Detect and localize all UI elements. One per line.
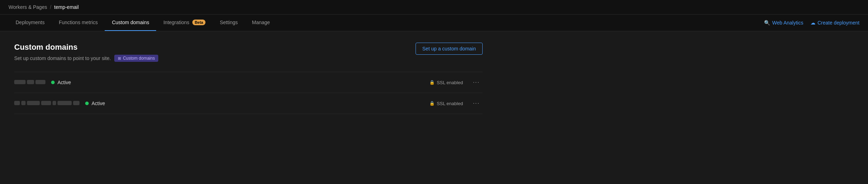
domain-status: Active bbox=[51, 80, 94, 85]
top-bar: Workers & Pages / temp-email bbox=[0, 0, 868, 15]
breadcrumb-parent[interactable]: Workers & Pages bbox=[9, 4, 47, 10]
beta-badge: Beta bbox=[192, 20, 206, 25]
status-text: Active bbox=[92, 101, 105, 106]
domain-row-left: Active bbox=[14, 101, 429, 106]
status-dot-active bbox=[85, 102, 89, 105]
page-title-section: Custom domains Set up custom domains to … bbox=[14, 43, 158, 62]
nav-actions: 🔍 Web Analytics ☁ Create deployment bbox=[764, 20, 859, 26]
web-analytics-link[interactable]: 🔍 Web Analytics bbox=[764, 20, 803, 26]
nav-bar: Deployments Functions metrics Custom dom… bbox=[0, 15, 868, 31]
domain-row-left: Active bbox=[14, 80, 429, 85]
tab-integrations[interactable]: Integrations Beta bbox=[156, 15, 213, 31]
subtitle-text: Set up custom domains to point to your s… bbox=[14, 55, 111, 61]
tab-functions-metrics[interactable]: Functions metrics bbox=[52, 15, 105, 31]
breadcrumb-current: temp-email bbox=[54, 4, 79, 10]
main-content: Custom domains Set up custom domains to … bbox=[0, 31, 497, 125]
status-dot-active bbox=[51, 81, 55, 84]
status-text: Active bbox=[57, 80, 71, 85]
domain-row-right: 🔒 SSL enabled ··· bbox=[429, 99, 483, 108]
domain-list: Active 🔒 SSL enabled ··· bbox=[14, 72, 483, 114]
page-title: Custom domains bbox=[14, 43, 158, 52]
domain-status: Active bbox=[85, 101, 128, 106]
ssl-text: SSL enabled bbox=[437, 101, 463, 106]
tab-custom-domains[interactable]: Custom domains bbox=[105, 15, 156, 31]
lock-icon: 🔒 bbox=[429, 80, 435, 85]
lock-icon: 🔒 bbox=[429, 101, 435, 106]
ssl-label: 🔒 SSL enabled bbox=[429, 80, 463, 85]
table-row: Active 🔒 SSL enabled ··· bbox=[14, 72, 483, 93]
breadcrumb-separator: / bbox=[50, 4, 51, 10]
more-options-button[interactable]: ··· bbox=[470, 78, 483, 87]
domain-row-right: 🔒 SSL enabled ··· bbox=[429, 78, 483, 87]
docs-link[interactable]: ⊞ Custom domains bbox=[114, 55, 158, 62]
cloud-upload-icon: ☁ bbox=[811, 20, 815, 26]
table-icon: ⊞ bbox=[118, 56, 121, 61]
table-row: Active 🔒 SSL enabled ··· bbox=[14, 93, 483, 114]
domain-name bbox=[14, 80, 45, 85]
setup-custom-domain-button[interactable]: Set up a custom domain bbox=[416, 43, 483, 55]
page-header: Custom domains Set up custom domains to … bbox=[14, 43, 483, 62]
more-options-button[interactable]: ··· bbox=[470, 99, 483, 108]
ssl-label: 🔒 SSL enabled bbox=[429, 101, 463, 106]
nav-tabs: Deployments Functions metrics Custom dom… bbox=[9, 15, 277, 31]
tab-deployments[interactable]: Deployments bbox=[9, 15, 52, 31]
page-subtitle: Set up custom domains to point to your s… bbox=[14, 55, 158, 62]
ssl-text: SSL enabled bbox=[437, 80, 463, 85]
domain-name bbox=[14, 101, 79, 106]
tab-settings[interactable]: Settings bbox=[213, 15, 245, 31]
search-icon: 🔍 bbox=[764, 20, 770, 26]
breadcrumb: Workers & Pages / temp-email bbox=[9, 4, 79, 10]
tab-manage[interactable]: Manage bbox=[245, 15, 277, 31]
create-deployment-link[interactable]: ☁ Create deployment bbox=[811, 20, 859, 26]
